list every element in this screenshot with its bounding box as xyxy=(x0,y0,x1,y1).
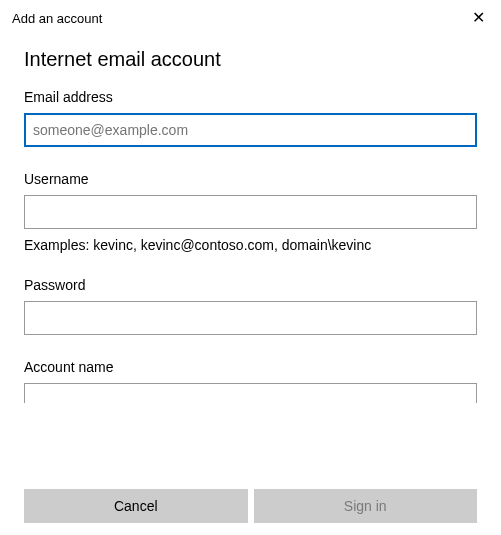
button-row: Cancel Sign in xyxy=(24,489,477,523)
cancel-button[interactable]: Cancel xyxy=(24,489,248,523)
account-name-label: Account name xyxy=(24,359,477,375)
dialog-content: Internet email account Email address Use… xyxy=(0,32,501,403)
password-field-block: Password xyxy=(24,277,477,335)
username-field-block: Username Examples: kevinc, kevinc@contos… xyxy=(24,171,477,253)
username-input[interactable] xyxy=(24,195,477,229)
window-title: Add an account xyxy=(12,11,102,26)
email-field-block: Email address xyxy=(24,89,477,147)
page-heading: Internet email account xyxy=(24,48,477,71)
close-icon[interactable]: ✕ xyxy=(468,8,489,28)
signin-button[interactable]: Sign in xyxy=(254,489,478,523)
username-label: Username xyxy=(24,171,477,187)
titlebar: Add an account ✕ xyxy=(0,0,501,32)
username-helper-text: Examples: kevinc, kevinc@contoso.com, do… xyxy=(24,237,477,253)
password-label: Password xyxy=(24,277,477,293)
email-label: Email address xyxy=(24,89,477,105)
password-input[interactable] xyxy=(24,301,477,335)
account-name-input[interactable] xyxy=(24,383,477,403)
account-name-field-block: Account name xyxy=(24,359,477,403)
email-input[interactable] xyxy=(24,113,477,147)
